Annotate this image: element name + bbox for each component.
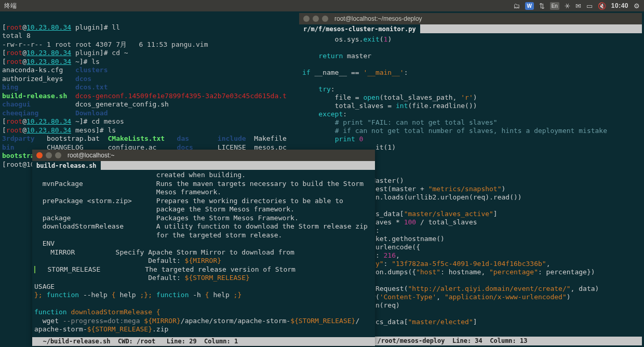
battery-icon[interactable]: ▭ <box>586 2 593 10</box>
clock[interactable]: 10:40 <box>611 2 628 9</box>
minimize-icon[interactable] <box>46 152 52 158</box>
minimize-icon[interactable] <box>313 16 319 22</box>
editor-tab[interactable]: build-release.sh <box>32 161 101 170</box>
network-icon[interactable]: ⇅ <box>539 2 545 10</box>
terminal-line: -rw-r--r-- 1 root root 4307 7月 6 11:53 p… <box>2 41 208 48</box>
window-title: root@localhost:~/mesos-deploy <box>334 15 422 22</box>
gear-icon[interactable]: ⚙ <box>634 2 640 10</box>
folder-icon[interactable]: 🗂 <box>513 2 520 10</box>
editor-tabbar: build-release.sh <box>32 161 375 170</box>
editor-tabbar: r/m/f/mesos-cluster-monitor.py <box>299 24 642 33</box>
system-tray: 🗂 W ⇅ En ⚹ ✉ ▭ 🔇 10:40 ⚙ <box>513 2 640 10</box>
cursor-icon <box>34 266 35 273</box>
close-icon[interactable] <box>303 16 310 22</box>
editor-window-front: root@localhost:~ build-release.sh create… <box>32 150 375 346</box>
terminal-line: total 8 <box>2 32 31 39</box>
w-indicator-icon[interactable]: W <box>525 2 534 10</box>
editor-tab[interactable]: r/m/f/mesos-cluster-monitor.py <box>299 24 420 33</box>
mail-icon[interactable]: ✉ <box>575 2 581 10</box>
maximize-icon[interactable] <box>55 152 61 158</box>
window-titlebar[interactable]: root@localhost:~ <box>32 150 375 161</box>
volume-icon[interactable]: 🔇 <box>598 2 606 10</box>
editor-body[interactable]: created when building. mvnPackage Runs t… <box>32 170 375 335</box>
bluetooth-icon[interactable]: ⚹ <box>565 2 570 10</box>
editor-status-bar: ~/build-release.sh CWD: /root Line: 29 C… <box>32 337 375 346</box>
input-method-indicator[interactable]: En <box>550 2 559 10</box>
menubar-title: 终端 <box>4 2 17 10</box>
desktop-menubar: 终端 🗂 W ⇅ En ⚹ ✉ ▭ 🔇 10:40 ⚙ <box>0 0 644 11</box>
maximize-icon[interactable] <box>322 16 328 22</box>
window-title: root@localhost:~ <box>68 152 115 159</box>
window-titlebar[interactable]: root@localhost:~/mesos-deploy <box>299 13 642 24</box>
close-icon[interactable] <box>36 152 43 158</box>
